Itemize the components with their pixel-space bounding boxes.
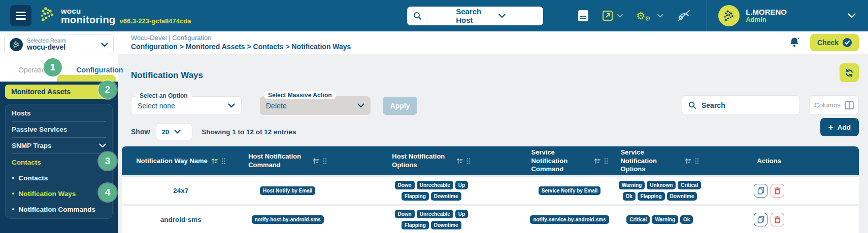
- cell-host-options: DownUnrecheableUpFlappingDowntime: [336, 206, 527, 233]
- hamburger-menu-button[interactable]: [10, 5, 31, 26]
- column-drag-handle-icon[interactable]: [323, 158, 327, 165]
- chevron-down-icon[interactable]: [848, 13, 856, 18]
- search-icon: [413, 12, 452, 20]
- chevron-down-icon[interactable]: [617, 14, 623, 18]
- page-size-select[interactable]: 20: [156, 123, 192, 140]
- chevron-down-icon: [101, 43, 108, 47]
- service-command-chip: notify-service-by-android-sms: [530, 215, 609, 224]
- copy-button[interactable]: [754, 184, 767, 198]
- sidebar-item-label: Passive Services: [12, 126, 68, 133]
- search-host-combobox[interactable]: Search Host: [407, 7, 543, 25]
- table-search[interactable]: [682, 95, 800, 115]
- bell-icon[interactable]: [789, 36, 800, 49]
- column-header-label: Service Notification Options: [620, 148, 681, 173]
- sidebar-item-hosts[interactable]: Hosts: [12, 105, 106, 122]
- breadcrumb[interactable]: Configuration > Monitored Assets > Conta…: [131, 42, 351, 52]
- external-link-icon[interactable]: [602, 10, 613, 21]
- column-header-notification-way-name[interactable]: Notification Way Name: [122, 146, 240, 175]
- column-drag-handle-icon[interactable]: [604, 158, 608, 165]
- column-drag-handle-icon[interactable]: [221, 158, 225, 165]
- topbar-icon-group: ⚙⚙: [578, 9, 691, 23]
- cell-actions: [693, 206, 845, 233]
- option-select[interactable]: Select an Option Select none: [131, 96, 242, 115]
- service-command-chip: Service Notify by Email: [539, 186, 601, 195]
- option-chip-warning: Warning: [652, 215, 678, 224]
- cell-host-options: DownUnrecheableUpFlappingDowntime: [336, 177, 527, 204]
- notification-way-name-link[interactable]: android-sms: [160, 216, 202, 223]
- chevron-down-icon[interactable]: [657, 14, 663, 18]
- search-input[interactable]: [702, 101, 793, 109]
- column-header-host-notification-options[interactable]: Host Notification Options: [336, 146, 527, 175]
- sidebar-item-monitored-assets[interactable]: Monitored Assets: [5, 85, 113, 99]
- app-logo: wocu monitoring v66.3-223-gcfa8474cda: [40, 6, 191, 25]
- sidebar-item-label: Hosts: [12, 109, 31, 117]
- column-header-service-notification-command[interactable]: Service Notification Command: [527, 146, 612, 175]
- check-button[interactable]: Check: [810, 34, 859, 51]
- sidebar-item-contacts[interactable]: ● Contacts: [12, 170, 106, 186]
- sidebar-item-notification-ways[interactable]: ● Notification Ways: [12, 186, 106, 202]
- chevron-down-icon: [228, 103, 235, 108]
- massive-action-value: Delete: [266, 102, 357, 110]
- sidebar-item-passive-services[interactable]: Passive Services: [12, 122, 106, 138]
- sort-icon[interactable]: [313, 158, 319, 164]
- notification-way-name-link[interactable]: 24x7: [173, 187, 188, 195]
- option-chip-unrecheable: Unrecheable: [417, 181, 453, 189]
- realm-selector[interactable]: Selected Realm wocu-devel: [4, 34, 114, 55]
- sidebar-item-snmp-traps[interactable]: SNMP Traps: [12, 138, 106, 154]
- option-chip-ok: Ok: [623, 192, 636, 201]
- host-command-chip: notify-host-by-android-sms: [252, 215, 324, 224]
- column-header-actions: Actions: [693, 146, 845, 175]
- settings-gears-icon[interactable]: ⚙⚙: [636, 11, 653, 21]
- sort-icon[interactable]: [456, 158, 463, 164]
- delete-button[interactable]: [771, 184, 784, 198]
- annotation-step-3: 3: [98, 152, 117, 170]
- tab-configuration[interactable]: Configuration: [76, 66, 123, 74]
- eye-slash-icon[interactable]: [676, 9, 691, 23]
- option-chip-up: Up: [455, 210, 468, 218]
- chevron-down-icon: [498, 14, 537, 18]
- user-menu[interactable]: L.MORENO Admin: [718, 5, 787, 26]
- massive-action-select[interactable]: Select Massive Action Delete: [260, 96, 371, 115]
- column-header-label: Actions: [757, 157, 781, 165]
- delete-button[interactable]: [771, 213, 784, 226]
- sidebar-item-contacts-group[interactable]: Contacts: [12, 154, 106, 170]
- chevron-down-icon: [99, 143, 106, 148]
- user-role: Admin: [746, 16, 787, 24]
- check-circle-icon: [843, 38, 852, 47]
- column-header-host-notification-command[interactable]: Host Notification Command: [240, 146, 336, 175]
- add-button[interactable]: + Add: [820, 118, 859, 136]
- option-chip-up: Up: [455, 181, 468, 189]
- columns-button[interactable]: Columns: [809, 95, 859, 115]
- option-chip-downtime: Downtime: [431, 192, 461, 201]
- logo-dots-icon: [40, 6, 57, 25]
- divider: [707, 0, 707, 31]
- option-chip-flapping: Flapping: [402, 192, 429, 201]
- sidebar-item-label: Notification Ways: [18, 190, 76, 198]
- copy-button[interactable]: [754, 213, 767, 226]
- column-drag-handle-icon[interactable]: [466, 158, 471, 165]
- column-header-label: Service Notification Command: [531, 148, 590, 173]
- apply-button[interactable]: Apply: [383, 97, 417, 115]
- version-label: v66.3-223-gcfa8474cda: [119, 18, 191, 24]
- host-command-chip: Host Notify by Email: [260, 186, 315, 195]
- cell-service-command: Service Notify by Email: [527, 177, 612, 204]
- column-header-label: Notification Way Name: [136, 157, 207, 165]
- sort-icon[interactable]: [594, 158, 600, 164]
- search-host-placeholder: Search Host: [456, 7, 494, 24]
- bullet-icon: ●: [12, 176, 14, 180]
- docs-book-icon[interactable]: [578, 9, 589, 22]
- check-button-label: Check: [817, 38, 839, 47]
- sidebar-item-notification-commands[interactable]: ● Notification Commands: [12, 202, 106, 217]
- option-chip-unknown: Unknown: [647, 181, 676, 189]
- sidebar-item-label: Contacts: [18, 174, 48, 182]
- option-chip-unrecheable: Unrecheable: [417, 210, 453, 218]
- table-body: 24x7Host Notify by EmailDownUnrecheableU…: [122, 175, 859, 233]
- user-name: L.MORENO: [746, 8, 787, 16]
- cell-actions: [693, 177, 845, 204]
- logo-word-bottom: monitoring: [61, 15, 115, 25]
- page-title: Notification Ways: [131, 70, 203, 81]
- sort-icon[interactable]: [685, 158, 691, 164]
- massive-action-label: Select Massive Action: [264, 91, 336, 99]
- refresh-button[interactable]: [840, 63, 859, 82]
- sort-icon[interactable]: [211, 158, 218, 164]
